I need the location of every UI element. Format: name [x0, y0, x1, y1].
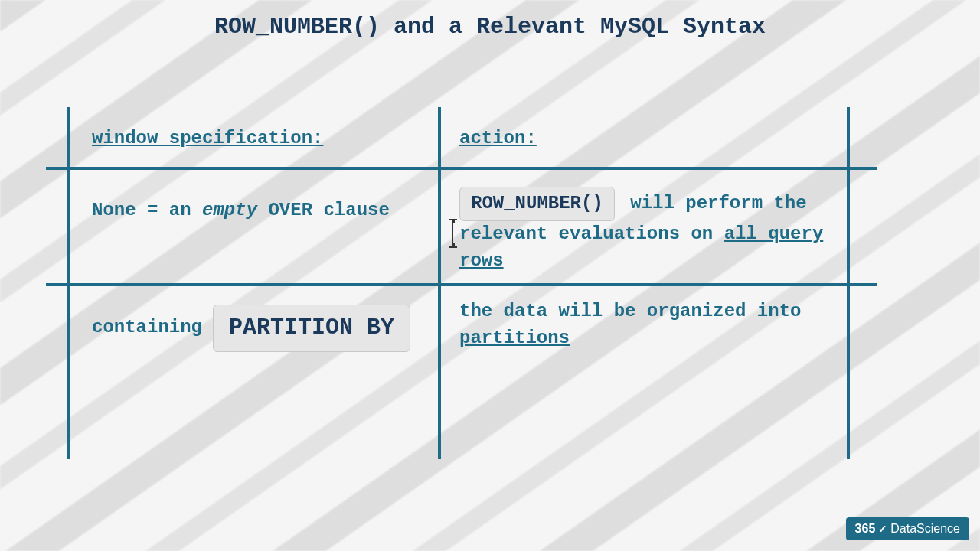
logo-right: DataScience	[890, 522, 960, 536]
check-icon: ✓	[878, 523, 887, 535]
table-horizontal-line	[46, 283, 877, 286]
slide-title: ROW_NUMBER() and a Relevant MySQL Syntax	[0, 0, 980, 40]
row2-spec: containing PARTITION BY	[92, 305, 421, 352]
code-pill-partition-by: PARTITION BY	[213, 305, 410, 352]
row1-action: ROW_NUMBER() will perform the relevant e…	[459, 187, 835, 274]
text-cursor-icon	[452, 219, 455, 248]
row1-spec: None = an empty OVER clause	[92, 197, 421, 224]
row2-action: the data will be organized into partitio…	[459, 298, 835, 352]
text: None = an	[92, 200, 202, 220]
underline-text: partitions	[459, 328, 570, 348]
text: the data will be organized into	[459, 301, 801, 321]
table-horizontal-line	[46, 167, 877, 170]
brand-logo: 365 ✓ DataScience	[846, 517, 969, 540]
column-header-action: action:	[459, 126, 537, 152]
text: containing	[92, 315, 202, 341]
column-header-spec: window specification:	[92, 126, 323, 152]
emphasis-text: empty	[202, 200, 257, 220]
slide-content: ROW_NUMBER() and a Relevant MySQL Syntax…	[0, 0, 980, 551]
logo-left: 365	[855, 522, 876, 536]
text: OVER clause	[257, 200, 390, 220]
code-pill-row-number: ROW_NUMBER()	[459, 187, 615, 221]
